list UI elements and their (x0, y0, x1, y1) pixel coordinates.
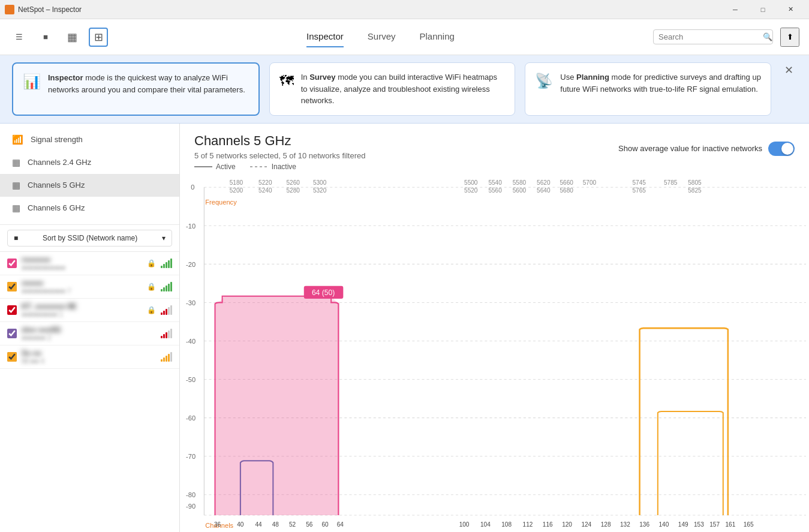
sidebar-item-channels-6[interactable]: ▦ Channels 6 GHz (0, 197, 179, 220)
hamburger-menu[interactable]: ☰ (10, 28, 29, 47)
net5-checkbox[interactable] (7, 352, 17, 362)
search-icon: 🔍 (763, 32, 772, 41)
info-card-survey: 🗺 In Survey mode you can build interacti… (269, 62, 516, 116)
topnav: ☰ ■ ▦ ⊞ Inspector Survey Planning 🔍 ⬆ (0, 19, 809, 55)
list-item[interactable]: sl●● ●●●5G ●●●●●● 2 (0, 322, 179, 345)
bar2 (163, 264, 165, 268)
net3-info: KT_●●●●●●● 9E ●●●●●●●●● 1 (22, 302, 142, 318)
bar5 (170, 352, 172, 362)
bar1 (161, 312, 163, 315)
content-subtitle: 5 of 5 networks selected, 5 of 10 networ… (194, 151, 365, 160)
sort-dropdown[interactable]: ■ Sort by SSID (Network name) ▾ (7, 230, 172, 247)
tab-inspector[interactable]: Inspector (306, 26, 344, 47)
tab-survey[interactable]: Survey (368, 26, 396, 47)
ch-40: 40 (237, 521, 243, 527)
ch-124: 124 (581, 521, 591, 527)
stop-icon: ■ (43, 32, 48, 41)
net5-mac: 00:●● 4 (22, 357, 156, 365)
net4-signal (161, 329, 172, 338)
bar3 (166, 309, 167, 315)
minimize-button[interactable]: ─ (721, 0, 749, 19)
bar2 (163, 357, 165, 362)
bar2 (163, 311, 165, 315)
bar1 (161, 336, 163, 338)
bar5 (170, 329, 172, 338)
maximize-button[interactable]: □ (749, 0, 777, 19)
freq-5805: 5805 (688, 179, 702, 185)
ch-116: 116 (543, 521, 553, 527)
bar3 (166, 262, 167, 268)
list-item[interactable]: S● ●● 00:●● 4 (0, 345, 179, 369)
survey-text: In Survey mode you can build interactive… (301, 71, 506, 107)
active-line-icon (194, 166, 212, 167)
orange-narrow-outline (658, 411, 723, 515)
ch-140: 140 (659, 521, 669, 527)
inspector-text: Inspector mode is the quickest way to an… (48, 72, 249, 95)
bar2 (163, 287, 165, 291)
sidebar-item-channels-24[interactable]: ▦ Channels 2.4 GHz (0, 151, 179, 174)
channels-6-label: Channels 6 GHz (28, 203, 85, 212)
inactive-line-icon (250, 166, 268, 167)
freq-5300: 5300 (313, 179, 327, 185)
tab-planning[interactable]: Planning (420, 26, 455, 47)
ch-60: 60 (321, 521, 328, 527)
pink-outline (215, 296, 339, 515)
lock-icon: 🔒 (147, 306, 156, 314)
titlebar: NetSpot – Inspector ─ □ ✕ (0, 0, 809, 19)
ch-165: 165 (744, 521, 754, 527)
list-view-button[interactable]: ▦ (62, 28, 82, 47)
sort-label: Sort by SSID (Network name) (43, 234, 137, 242)
page-title: Channels 5 GHz (194, 133, 365, 149)
net4-name: sl●● ●●●5G (22, 326, 156, 334)
stop-button[interactable]: ■ (36, 28, 55, 47)
y-label-10: -10 (186, 222, 196, 229)
bar5 (170, 305, 172, 315)
y-label-50: -50 (186, 375, 196, 383)
net3-checkbox[interactable] (7, 305, 17, 315)
upload-icon: ⬆ (787, 32, 793, 41)
sidebar-item-channels-5[interactable]: ▦ Channels 5 GHz (0, 174, 179, 197)
net5-info: S● ●● 00:●● 4 (22, 349, 156, 365)
freq-5745: 5745 (632, 179, 646, 185)
net1-checkbox[interactable] (7, 259, 17, 268)
ch-52: 52 (289, 521, 296, 527)
main-area: 📶 Signal strength ▦ Channels 2.4 GHz ▦ C… (0, 124, 809, 533)
ch-136: 136 (639, 521, 649, 527)
net2-checkbox[interactable] (7, 282, 17, 291)
freq-5785: 5785 (664, 179, 678, 185)
chart-legend: Active Inactive (180, 163, 809, 176)
ch-132: 132 (620, 521, 630, 527)
show-avg-toggle[interactable] (768, 142, 795, 156)
freq-5320: 5320 (313, 187, 327, 193)
planning-icon: 📡 (535, 73, 553, 89)
net4-checkbox[interactable] (7, 329, 17, 338)
ch-100: 100 (459, 521, 470, 527)
search-box: 🔍 (653, 29, 773, 44)
freq-5700: 5700 (583, 179, 597, 185)
net2-mac: ●●●●●●●●●●● 7 (22, 287, 142, 294)
sidebar-item-signal-strength[interactable]: 📶 Signal strength (0, 128, 179, 151)
banner-close-button[interactable]: ✕ (781, 62, 797, 78)
channels-6-icon: ▦ (12, 203, 20, 214)
list-item[interactable]: ●●●●● ●●●●●●●●●●● 7 🔒 (0, 275, 179, 299)
titlebar-left: NetSpot – Inspector (5, 5, 82, 14)
freq-5580: 5580 (513, 179, 527, 185)
y-label-80: -80 (186, 491, 196, 498)
list-item[interactable]: r●●●●●● ●●●●●●●●●●● 🔒 (0, 252, 179, 275)
ch-104: 104 (480, 521, 491, 527)
freq-5660: 5660 (560, 179, 573, 185)
ch-120: 120 (562, 521, 572, 527)
net3-signal (161, 305, 172, 315)
upload-button[interactable]: ⬆ (780, 28, 799, 47)
freq-5560: 5560 (488, 187, 502, 193)
bar3 (166, 332, 167, 338)
search-input[interactable] (658, 32, 759, 41)
content-header: Channels 5 GHz 5 of 5 networks selected,… (194, 133, 365, 160)
freq-5540: 5540 (488, 179, 502, 185)
freq-5280: 5280 (287, 187, 300, 193)
list-item[interactable]: KT_●●●●●●● 9E ●●●●●●●●● 1 🔒 (0, 299, 179, 322)
orange-wide-outline (640, 328, 728, 515)
grid-view-button[interactable]: ⊞ (89, 28, 108, 47)
net4-mac: ●●●●●● 2 (22, 334, 156, 341)
close-button[interactable]: ✕ (777, 0, 804, 19)
